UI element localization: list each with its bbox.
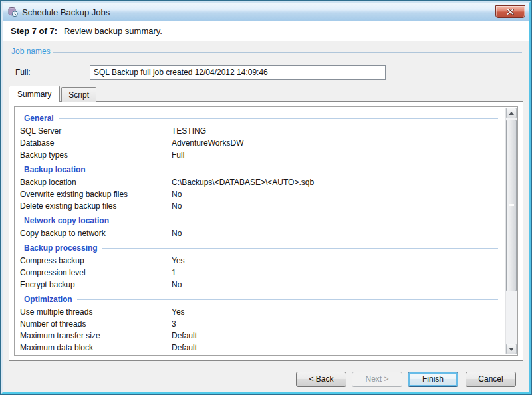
summary-row-value: Default: [172, 343, 505, 352]
app-database-clock-icon: [7, 7, 18, 17]
scrollbar-grip-icon: [509, 204, 514, 207]
summary-row: Backup locationC:\Backups\<DATABASE>\<AU…: [16, 176, 505, 188]
summary-row-label: Maximum transfer size: [20, 331, 172, 340]
summary-row: DatabaseAdventureWorksDW: [16, 137, 505, 149]
summary-content: GeneralSQL ServerTESTINGDatabaseAdventur…: [16, 108, 505, 354]
close-button[interactable]: [495, 5, 525, 18]
summary-row-label: Database: [20, 138, 172, 148]
full-label: Full:: [15, 68, 90, 77]
summary-row-label: Encrypt backup: [20, 280, 172, 289]
tabs: SummaryScript: [9, 86, 523, 102]
summary-row: Copy backup to networkNo: [16, 227, 505, 239]
summary-row-label: Overwrite existing backup files: [20, 190, 172, 199]
summary-tab-panel: GeneralSQL ServerTESTINGDatabaseAdventur…: [9, 101, 523, 361]
full-job-row: Full:: [15, 65, 523, 80]
summary-row-label: Number of threads: [20, 319, 172, 329]
cancel-button[interactable]: Cancel: [466, 372, 516, 387]
scrollbar-thumb[interactable]: [506, 120, 517, 291]
summary-row: Maximum transfer sizeDefault: [16, 330, 505, 342]
summary-section: Backup processingCompress backupYesCompr…: [16, 243, 505, 291]
summary-row-value: No: [172, 201, 505, 211]
step-description: Review backup summary.: [64, 26, 162, 36]
summary-row-value: No: [172, 190, 505, 199]
summary-row-value: Default: [172, 331, 505, 340]
section-title: Network copy location: [16, 216, 505, 225]
summary-row-value: Yes: [172, 307, 505, 317]
finish-button[interactable]: Finish: [408, 372, 458, 387]
job-names-group: Job names: [10, 47, 522, 56]
summary-row-value: Yes: [172, 256, 505, 265]
summary-row: SQL ServerTESTING: [16, 125, 505, 137]
schedule-backup-jobs-dialog: Schedule Backup Jobs Step 7 of 7: Review…: [0, 0, 532, 395]
title-bar[interactable]: Schedule Backup Jobs: [3, 3, 529, 21]
window-frame: Schedule Backup Jobs Step 7 of 7: Review…: [1, 1, 531, 394]
scroll-down-button[interactable]: [506, 344, 517, 354]
section-title: Backup location: [16, 165, 505, 174]
step-header: Step 7 of 7: Review backup summary.: [3, 21, 529, 41]
window-title: Schedule Backup Jobs: [22, 7, 110, 17]
summary-section: Backup locationBackup locationC:\Backups…: [16, 165, 505, 212]
summary-row-label: Compression level: [20, 268, 172, 277]
scroll-down-icon: [509, 348, 514, 351]
summary-row-label: SQL Server: [20, 126, 172, 136]
summary-row: Use multiple threadsYes: [16, 306, 505, 318]
summary-row: Encrypt backupNo: [16, 279, 505, 291]
section-title: General: [16, 114, 505, 123]
summary-row-value: AdventureWorksDW: [172, 138, 505, 148]
summary-row-label: Backup location: [20, 178, 172, 187]
summary-row-value: C:\Backups\<DATABASE>\<AUTO>.sqb: [172, 178, 505, 187]
summary-row-label: Delete existing backup files: [20, 201, 172, 211]
summary-row-label: Use multiple threads: [20, 307, 172, 317]
back-button[interactable]: < Back: [296, 372, 346, 387]
scroll-up-button[interactable]: [506, 108, 517, 118]
summary-row: Compress backupYes: [16, 255, 505, 267]
summary-row: Backup typesFull: [16, 149, 505, 161]
summary-row-label: Backup types: [20, 150, 172, 160]
summary-row-value: No: [172, 229, 505, 238]
summary-section: Network copy locationCopy backup to netw…: [16, 216, 505, 239]
summary-row: Compression level1: [16, 267, 505, 279]
vertical-scrollbar[interactable]: [505, 108, 517, 354]
summary-row-value: 3: [172, 319, 505, 329]
summary-row: Overwrite existing backup filesNo: [16, 188, 505, 200]
close-icon: [507, 9, 514, 15]
full-job-name-input[interactable]: [90, 65, 386, 80]
summary-row-label: Compress backup: [20, 256, 172, 265]
wizard-button-bar: < Back Next > Finish Cancel: [9, 366, 523, 392]
summary-row-value: Full: [172, 150, 505, 160]
tab-script[interactable]: Script: [61, 87, 96, 102]
summary-row-value: No: [172, 280, 505, 289]
summary-row: Number of threads3: [16, 318, 505, 330]
summary-row-value: TESTING: [172, 126, 505, 136]
summary-section: OptimizationUse multiple threadsYesNumbe…: [16, 295, 505, 354]
summary-row: Delete existing backup filesNo: [16, 200, 505, 212]
section-title: Backup processing: [16, 243, 505, 253]
job-names-group-label: Job names: [10, 47, 53, 56]
summary-panel: GeneralSQL ServerTESTINGDatabaseAdventur…: [14, 106, 518, 356]
dialog-body: Job names Full: SummaryScript GeneralSQL…: [3, 41, 529, 392]
summary-section: GeneralSQL ServerTESTINGDatabaseAdventur…: [16, 114, 505, 161]
summary-row-label: Maximum data block: [20, 343, 172, 352]
tab-summary[interactable]: Summary: [9, 86, 60, 102]
section-title: Optimization: [16, 295, 505, 304]
step-number: Step 7 of 7:: [11, 26, 57, 36]
summary-row-label: Copy backup to network: [20, 229, 172, 238]
summary-row: Maximum data blockDefault: [16, 342, 505, 354]
scroll-up-icon: [509, 112, 514, 115]
summary-row-value: 1: [172, 268, 505, 277]
next-button[interactable]: Next >: [352, 372, 402, 387]
